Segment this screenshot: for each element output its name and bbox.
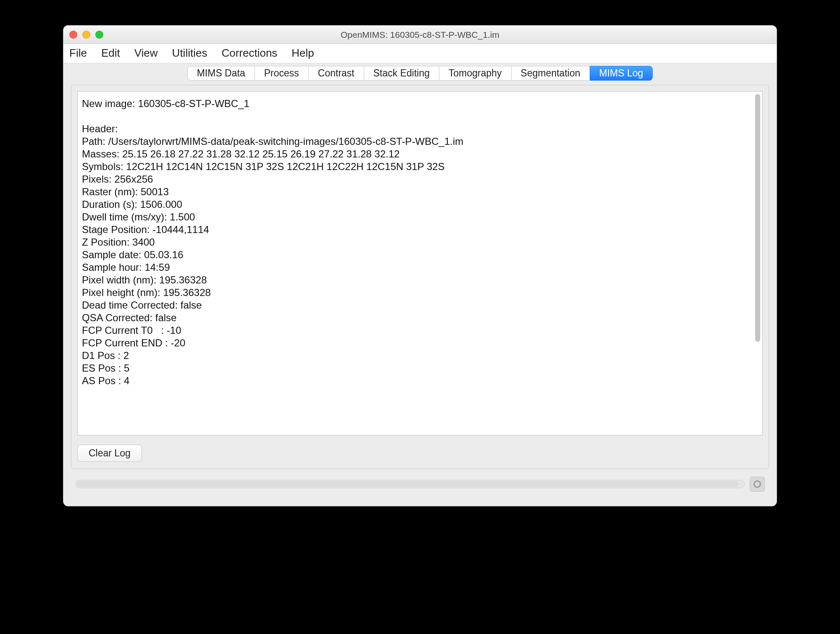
app-window: OpenMIMS: 160305-c8-ST-P-WBC_1.im File E… [63,25,777,506]
menu-utilities[interactable]: Utilities [172,47,207,60]
menubar: File Edit View Utilities Corrections Hel… [63,44,777,63]
tab-process[interactable]: Process [255,66,309,81]
circle-icon [753,480,761,488]
tab-stack-editing[interactable]: Stack Editing [364,66,439,81]
scrollbar-thumb[interactable] [76,481,738,487]
tabstrip: MIMS Data Process Contrast Stack Editing… [71,63,769,85]
log-scrollbar-vertical[interactable] [753,92,762,435]
traffic-lights [69,31,103,39]
log-panel: New image: 160305-c8-ST-P-WBC_1 Header: … [71,85,769,469]
tab-mims-data[interactable]: MIMS Data [187,66,255,81]
titlebar: OpenMIMS: 160305-c8-ST-P-WBC_1.im [63,26,777,44]
tab-tomography[interactable]: Tomography [439,66,512,81]
minimize-icon[interactable] [82,31,90,39]
content-area: MIMS Data Process Contrast Stack Editing… [63,63,777,506]
menu-file[interactable]: File [69,47,87,60]
menu-view[interactable]: View [134,47,158,60]
zoom-icon[interactable] [95,31,103,39]
tab-contrast[interactable]: Contrast [308,66,364,81]
window-title: OpenMIMS: 160305-c8-ST-P-WBC_1.im [63,30,777,40]
menu-help[interactable]: Help [291,47,314,60]
tab-mims-log[interactable]: MIMS Log [590,66,653,81]
close-icon[interactable] [69,31,77,39]
window-scrollbar-horizontal[interactable] [75,480,745,488]
scrollbar-thumb[interactable] [755,94,760,342]
menu-corrections[interactable]: Corrections [221,47,277,60]
menu-edit[interactable]: Edit [101,47,120,60]
log-text[interactable]: New image: 160305-c8-ST-P-WBC_1 Header: … [78,92,753,435]
footer [71,469,769,498]
tab-segmentation[interactable]: Segmentation [511,66,590,81]
clear-log-button[interactable]: Clear Log [77,445,142,462]
status-indicator [750,477,765,492]
log-container: New image: 160305-c8-ST-P-WBC_1 Header: … [77,91,763,435]
log-actions: Clear Log [77,445,763,462]
